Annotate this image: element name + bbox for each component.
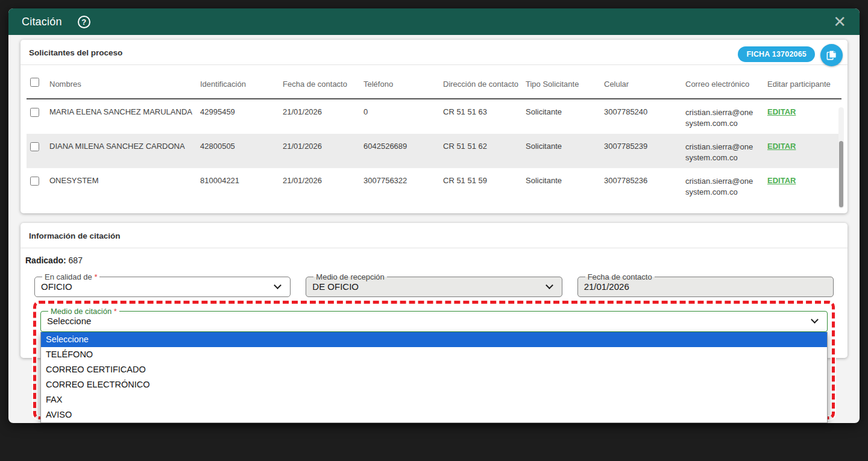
copy-pages-icon — [826, 49, 837, 61]
chevron-down-icon — [811, 316, 819, 324]
radicado: Radicado: 687 — [20, 248, 848, 271]
cell-fecha: 21/01/2026 — [283, 142, 362, 151]
ficha-badge: FICHA 13702065 — [738, 46, 815, 62]
fecha-contacto-label: Fecha de contacto — [588, 272, 652, 281]
table-row: DIANA MILENA SANCHEZ CARDONA 42800505 21… — [27, 134, 841, 168]
medio-recepcion-value: DE OFICIO — [312, 281, 359, 292]
dropdown-option-correo-certificado[interactable]: CORREO CERTIFICADO — [41, 362, 827, 377]
dropdown-option-telefono[interactable]: TELÉFONO — [41, 347, 827, 362]
dropdown-option-aviso[interactable]: AVISO — [41, 407, 827, 422]
medio-recepcion-label: Medio de recepción — [316, 272, 384, 281]
dropdown-option-seleccione[interactable]: Seleccione — [41, 332, 827, 347]
citacion-modal: Citación ? ✕ Solicitantes del proceso FI… — [8, 8, 860, 423]
col-header-correo: Correo electrónico — [685, 79, 766, 90]
required-asterisk: * — [114, 307, 117, 316]
cell-tipo: Solicitante — [526, 107, 603, 116]
cell-identificacion: 42995459 — [200, 107, 281, 116]
cell-nombres: MARIA ELENA SANCHEZ MARULANDA — [49, 107, 199, 116]
col-header-editar: Editar participante — [767, 79, 841, 90]
cell-identificacion: 810004221 — [200, 176, 281, 185]
modal-header: Citación ? ✕ — [8, 8, 860, 35]
medio-recepcion-select[interactable]: Medio de recepción DE OFICIO — [306, 272, 562, 297]
scrollbar-thumb[interactable] — [839, 141, 843, 207]
dropdown-option-fax[interactable]: FAX — [41, 392, 827, 407]
cell-nombres: DIANA MILENA SANCHEZ CARDONA — [49, 142, 199, 151]
medio-citacion-select[interactable]: Medio de citación * Seleccione — [40, 307, 828, 332]
col-header-celular: Celular — [604, 79, 684, 90]
cell-direccion: CR 51 51 63 — [443, 107, 524, 116]
medio-citacion-value: Seleccione — [47, 316, 91, 326]
col-header-direccion: Dirección de contacto — [443, 79, 524, 90]
informacion-title: Información de citación — [20, 223, 848, 248]
cell-telefono: 3007756322 — [363, 176, 442, 185]
cell-celular: 3007785239 — [604, 142, 684, 151]
cell-tipo: Solicitante — [526, 142, 603, 151]
cell-fecha: 21/01/2026 — [283, 107, 362, 116]
cell-telefono: 0 — [363, 107, 442, 116]
select-all-checkbox[interactable] — [30, 78, 39, 87]
close-icon[interactable]: ✕ — [833, 14, 846, 30]
row-checkbox[interactable] — [30, 177, 39, 186]
cell-direccion: CR 51 51 62 — [443, 142, 524, 151]
en-calidad-select[interactable]: En calidad de * OFICIO — [34, 272, 291, 297]
help-icon[interactable]: ? — [78, 16, 90, 28]
radicado-value: 687 — [69, 256, 83, 265]
cell-identificacion: 42800505 — [200, 142, 281, 151]
col-header-nombres: Nombres — [49, 79, 199, 90]
fecha-contacto-value: 21/01/2026 — [584, 281, 629, 292]
table-row: ONESYSTEM 810004221 21/01/2026 300775632… — [27, 168, 841, 202]
row-checkbox[interactable] — [30, 142, 39, 151]
col-header-tipo: Tipo Solicitante — [526, 79, 603, 90]
required-asterisk: * — [94, 272, 97, 281]
fecha-contacto-field: Fecha de contacto 21/01/2026 — [577, 272, 834, 297]
cell-direccion: CR 51 51 59 — [443, 176, 524, 185]
col-header-fecha: Fecha de contacto — [283, 79, 362, 90]
en-calidad-label: En calidad de — [45, 272, 92, 281]
chevron-down-icon — [274, 281, 281, 289]
copy-button[interactable] — [820, 44, 843, 66]
cell-celular: 3007785240 — [604, 107, 684, 116]
table-row: MARIA ELENA SANCHEZ MARULANDA 42995459 2… — [27, 99, 841, 134]
row-checkbox[interactable] — [30, 108, 39, 117]
cell-correo: cristian.sierra@onesystem.com.co — [685, 107, 766, 129]
annotation-red-dashed-box: Medio de citación * Seleccione Seleccion… — [33, 301, 835, 419]
en-calidad-value: OFICIO — [41, 281, 72, 292]
citacion-fields-row: En calidad de * OFICIO Medio de recepció… — [20, 271, 848, 297]
chevron-down-icon — [546, 281, 553, 289]
cell-tipo: Solicitante — [526, 176, 603, 185]
table-header-row: Nombres Identificación Fecha de contacto… — [27, 65, 841, 99]
solicitantes-title: Solicitantes del proceso — [20, 40, 848, 65]
solicitantes-table: Nombres Identificación Fecha de contacto… — [20, 65, 848, 202]
col-header-identificacion: Identificación — [200, 79, 281, 90]
dropdown-option-correo-electronico[interactable]: CORREO ELECTRÓNICO — [41, 377, 827, 392]
cell-correo: cristian.sierra@onesystem.com.co — [685, 142, 766, 163]
editar-link[interactable]: EDITAR — [767, 107, 796, 116]
table-scrollbar — [838, 107, 844, 209]
cell-fecha: 21/01/2026 — [283, 176, 362, 185]
cell-telefono: 6042526689 — [363, 142, 442, 151]
medio-citacion-label: Medio de citación — [51, 307, 112, 316]
cell-celular: 3007785236 — [604, 176, 684, 185]
modal-title: Citación — [22, 16, 62, 28]
radicado-label: Radicado: — [25, 256, 66, 265]
solicitantes-panel: Solicitantes del proceso FICHA 13702065 … — [20, 40, 848, 213]
medio-citacion-dropdown-list: Seleccione TELÉFONO CORREO CERTIFICADO C… — [40, 332, 828, 423]
editar-link[interactable]: EDITAR — [767, 142, 796, 151]
editar-link[interactable]: EDITAR — [767, 176, 796, 185]
cell-nombres: ONESYSTEM — [49, 176, 199, 185]
cell-correo: cristian.sierra@onesystem.com.co — [685, 176, 766, 198]
col-header-telefono: Teléfono — [363, 79, 442, 90]
